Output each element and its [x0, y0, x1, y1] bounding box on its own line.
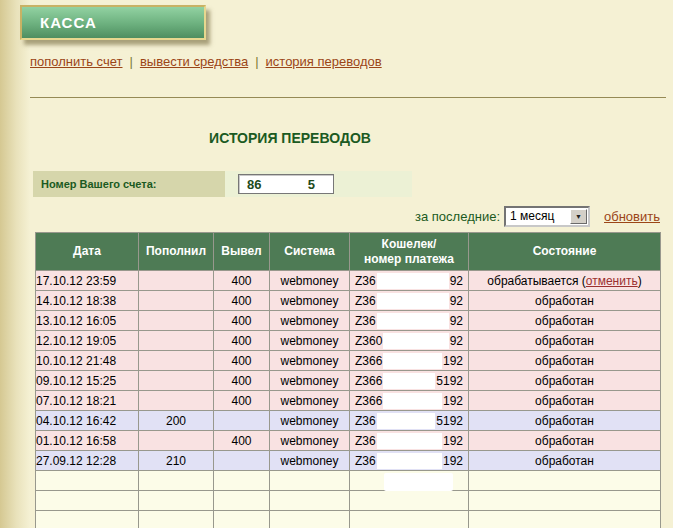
redaction-blob	[383, 353, 442, 369]
period-filter-row: за последние: 1 месяц ▼ обновить	[415, 205, 660, 227]
kassa-header-banner: КАССА	[20, 5, 206, 40]
wallet-number: Z3665192	[350, 373, 468, 389]
horizontal-divider	[30, 97, 666, 98]
dropdown-arrow-icon[interactable]: ▼	[570, 209, 587, 224]
status-cell: обрабатывается (отменить)	[469, 271, 661, 291]
nav-link-withdraw[interactable]: вывести средства	[140, 54, 248, 69]
col-header-wallet: Кошелек/ номер платежа	[350, 233, 469, 271]
table-row: 14.10.12 18:38 400 webmoney Z3692 обрабо…	[36, 291, 661, 311]
wallet-number: Z365192	[350, 413, 468, 429]
status-cell: обработан	[469, 411, 661, 431]
redaction-blob	[377, 413, 436, 429]
main-nav: пополнить счет|вывести средства|история …	[30, 54, 382, 69]
redaction-blob	[383, 393, 442, 409]
empty-table-row	[36, 511, 661, 528]
col-header-status: Состояние	[469, 233, 661, 271]
redaction-blob	[377, 433, 442, 449]
transfers-table: Дата Пополнил Вывел Система Кошелек/ ном…	[35, 232, 661, 528]
account-number-suffix: 5	[308, 177, 315, 192]
wallet-number: Z3692	[350, 273, 468, 289]
status-cell: обработан	[469, 331, 661, 351]
period-select-value: 1 месяц	[506, 209, 570, 223]
status-cell: обработан	[469, 431, 661, 451]
cancel-transfer-link[interactable]: отменить	[586, 274, 638, 288]
redaction-blob	[377, 453, 442, 469]
table-row: 17.10.12 23:59 400 webmoney Z3692 обраба…	[36, 271, 661, 291]
page-title: КАССА	[40, 14, 97, 31]
wallet-number: Z36192	[350, 453, 468, 469]
status-cell: обработан	[469, 351, 661, 371]
account-number-prefix: 86	[247, 177, 261, 192]
status-cell: обработан	[469, 451, 661, 471]
redaction-blob	[383, 333, 448, 349]
table-row: 12.10.12 19:05 400 webmoney Z36092 обраб…	[36, 331, 661, 351]
col-header-system: Система	[270, 233, 350, 271]
refresh-link[interactable]: обновить	[604, 209, 660, 224]
empty-table-row	[36, 471, 661, 491]
status-cell: обработан	[469, 311, 661, 331]
account-number-cell: 86 5	[225, 171, 412, 197]
period-filter-label: за последние:	[415, 209, 500, 224]
redaction-blob	[377, 293, 449, 309]
redaction-blob	[377, 313, 449, 329]
account-number-label: Номер Вашего счета:	[33, 171, 225, 197]
wallet-number: Z3692	[350, 293, 468, 309]
col-header-deposit: Пополнил	[139, 233, 214, 271]
table-row: 04.10.12 16:42 200 webmoney Z365192 обра…	[36, 411, 661, 431]
nav-link-topup[interactable]: пополнить счет	[30, 54, 123, 69]
wallet-number: Z36092	[350, 333, 468, 349]
table-row: 07.10.12 18:21 400 webmoney Z366192 обра…	[36, 391, 661, 411]
table-row: 01.10.12 16:58 400 webmoney Z36192 обраб…	[36, 431, 661, 451]
table-row: 27.09.12 12:28 210 webmoney Z36192 обраб…	[36, 451, 661, 471]
col-header-withdraw: Вывел	[214, 233, 270, 271]
wallet-number: Z366192	[350, 393, 468, 409]
wallet-number: Z3692	[350, 313, 468, 329]
table-header-row: Дата Пополнил Вывел Система Кошелек/ ном…	[36, 233, 661, 271]
status-cell: обработан	[469, 371, 661, 391]
redaction-blob	[377, 273, 449, 289]
kassa-page: КАССА пополнить счет|вывести средства|ис…	[0, 0, 673, 528]
table-row: 13.10.12 16:05 400 webmoney Z3692 обрабо…	[36, 311, 661, 331]
redaction-blob	[383, 373, 435, 389]
section-title: ИСТОРИЯ ПЕРЕВОДОВ	[30, 130, 550, 146]
col-header-date: Дата	[36, 233, 139, 271]
status-cell: обработан	[469, 391, 661, 411]
nav-link-history[interactable]: история переводов	[266, 54, 382, 69]
left-gradient-strip	[0, 0, 30, 528]
wallet-number: Z36192	[350, 433, 468, 449]
nav-separator: |	[255, 54, 258, 69]
table-row: 10.10.12 21:48 400 webmoney Z366192 обра…	[36, 351, 661, 371]
empty-table-row	[36, 491, 661, 511]
account-number-row: Номер Вашего счета: 86 5	[33, 171, 412, 197]
account-number-field[interactable]: 86 5	[238, 174, 334, 194]
table-row: 09.10.12 15:25 400 webmoney Z3665192 обр…	[36, 371, 661, 391]
status-cell: обработан	[469, 291, 661, 311]
redaction-blob	[384, 473, 453, 491]
nav-separator: |	[130, 54, 133, 69]
wallet-number: Z366192	[350, 353, 468, 369]
period-select[interactable]: 1 месяц ▼	[504, 206, 590, 227]
